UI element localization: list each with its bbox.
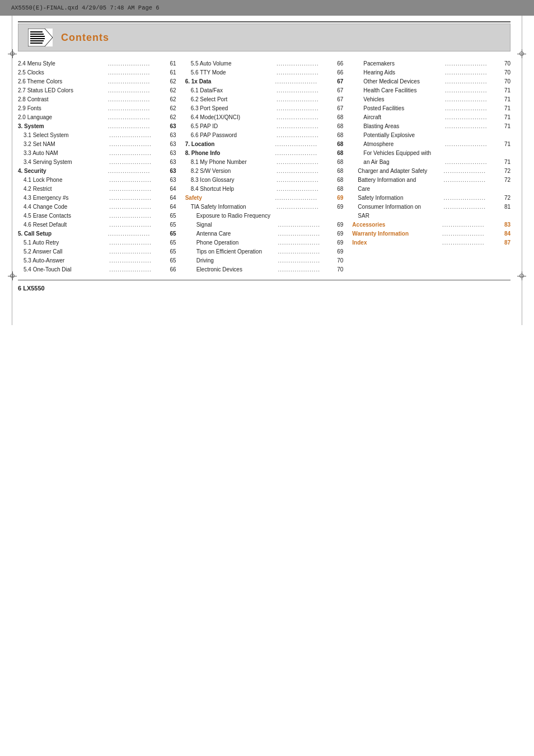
toc-dots: .................... xyxy=(95,149,166,158)
toc-dots: .................... xyxy=(432,113,500,122)
toc-dots: .................... xyxy=(95,131,166,140)
toc-label: Aircraft xyxy=(363,113,432,122)
list-item: 8.2 S/W Version .................... 68 xyxy=(185,167,344,176)
toc-page: 68 xyxy=(333,158,343,167)
list-item: 3. System .................... 63 xyxy=(18,122,176,131)
toc-page: 66 xyxy=(166,265,176,274)
header-bar: AX5550(E)-FINAL.qxd 4/29/05 7:48 AM Page… xyxy=(0,0,534,16)
toc-label: 4.3 Emergency #s xyxy=(24,194,95,203)
toc-page: 68 xyxy=(333,113,343,122)
logo-icon xyxy=(28,29,53,46)
toc-label: 3.1 Select System xyxy=(24,131,95,140)
toc-label: Charger and Adapter Safety xyxy=(358,167,429,176)
toc-label: Safety Information xyxy=(358,194,429,203)
toc-dots: .................... xyxy=(95,247,166,256)
toc-label: Atmosphere xyxy=(363,140,432,149)
toc-page: 68 xyxy=(333,176,343,185)
toc-dots: .................... xyxy=(92,68,166,77)
toc-col-1: 2.4 Menu Style .................... 612.… xyxy=(18,59,181,274)
toc-page: 68 xyxy=(333,149,343,158)
toc-page: 63 xyxy=(166,122,176,131)
toc-dots: .................... xyxy=(95,265,166,274)
toc-page: 67 xyxy=(333,86,343,95)
toc-dots: .................... xyxy=(95,185,166,194)
toc-page: 68 xyxy=(333,140,343,149)
toc-page: 71 xyxy=(500,140,510,149)
toc-page: 72 xyxy=(500,194,510,203)
toc-page: 65 xyxy=(166,229,176,238)
toc-dots: .................... xyxy=(427,229,500,238)
toc-dots: .................... xyxy=(432,104,500,113)
toc-label: Tips on Efficient Operation xyxy=(196,247,265,256)
toc-dots: .................... xyxy=(429,176,500,194)
toc-dots: .................... xyxy=(92,167,166,176)
toc-page: 69 xyxy=(333,220,343,229)
list-item: 6.3 Port Speed .................... 67 xyxy=(185,104,344,113)
toc-label: an Air Bag xyxy=(363,158,432,167)
toc-label: Warranty Information xyxy=(352,229,426,238)
list-item: Health Care Facilities .................… xyxy=(352,86,510,95)
list-item: 5.3 Auto-Answer .................... 65 xyxy=(18,256,176,265)
list-item: Safety .................... 69 xyxy=(185,194,344,203)
toc-dots: .................... xyxy=(429,203,500,220)
list-item: 4.2 Restrict .................... 64 xyxy=(18,185,176,194)
toc-dots: .................... xyxy=(92,77,166,86)
header-text: AX5550(E)-FINAL.qxd 4/29/05 7:48 AM Page… xyxy=(11,4,160,11)
toc-dots: .................... xyxy=(92,59,166,68)
toc-page: 65 xyxy=(166,247,176,256)
toc-label: 4.5 Erase Contacts xyxy=(24,212,95,220)
toc-dots: .................... xyxy=(262,86,333,95)
toc-dots: .................... xyxy=(262,104,333,113)
toc-dots: .................... xyxy=(432,140,500,149)
list-item: 6.4 Mode(1X/QNCI) .................... 6… xyxy=(185,113,344,122)
list-item: 8.3 Icon Glossary .................... 6… xyxy=(185,176,344,185)
toc-dots: .................... xyxy=(95,212,166,220)
list-item: 7. Location .................... 68 xyxy=(185,140,344,149)
list-item: 3.3 Auto NAM .................... 63 xyxy=(18,149,176,158)
list-item: 5.4 One-Touch Dial .................... … xyxy=(18,265,176,274)
toc-dots: .................... xyxy=(265,220,333,229)
toc-dots: .................... xyxy=(265,265,333,274)
list-item: Antenna Care .................... 69 xyxy=(185,229,344,238)
contents-title: Contents xyxy=(61,32,109,44)
toc-dots: .................... xyxy=(95,140,166,149)
toc-label: 6.6 PAP Password xyxy=(191,131,262,140)
toc-label: 3. System xyxy=(18,122,92,131)
toc-page: 69 xyxy=(333,203,343,212)
toc-dots: .................... xyxy=(432,59,500,68)
toc-dots: .................... xyxy=(262,167,333,176)
toc-dots: .................... xyxy=(259,194,333,203)
toc-label: 8.2 S/W Version xyxy=(191,167,262,176)
list-item: TIA Safety Information .................… xyxy=(185,203,344,212)
toc-label: 6. 1x Data xyxy=(185,77,259,86)
toc-dots: .................... xyxy=(262,131,333,140)
toc-label: Antenna Care xyxy=(196,229,265,238)
toc-page: 63 xyxy=(166,158,176,167)
toc-label: Consumer Information on SAR xyxy=(358,203,429,220)
list-item: 4.3 Emergency #s .................... 64 xyxy=(18,194,176,203)
toc-dots: .................... xyxy=(265,256,333,265)
list-item: 6.2 Select Port .................... 67 xyxy=(185,95,344,104)
toc-page: 71 xyxy=(500,86,510,95)
toc-page: 62 xyxy=(166,77,176,86)
toc-label: 2.7 Status LED Colors xyxy=(18,86,92,95)
toc-page: 72 xyxy=(500,176,510,194)
toc-page: 71 xyxy=(500,104,510,113)
toc-dots: .................... xyxy=(432,86,500,95)
list-item: 8.4 Shortcut Help .................... 6… xyxy=(185,185,344,194)
list-item: 2.6 Theme Colors .................... 62 xyxy=(18,77,176,86)
toc-dots: .................... xyxy=(265,247,333,256)
list-item: 2.8 Contrast .................... 62 xyxy=(18,95,176,104)
toc-label: Driving xyxy=(196,256,265,265)
list-item: 5.6 TTY Mode .................... 66 xyxy=(185,68,344,77)
toc-dots: .................... xyxy=(92,229,166,238)
toc-page: 70 xyxy=(500,59,510,68)
toc-page: 84 xyxy=(500,229,510,238)
toc-columns: 2.4 Menu Style .................... 612.… xyxy=(18,59,510,274)
toc-page: 62 xyxy=(166,104,176,113)
toc-page: 87 xyxy=(500,238,510,247)
list-item: 6.6 PAP Password .................... 68 xyxy=(185,131,344,140)
list-item: Vehicles .................... 71 xyxy=(352,95,510,104)
list-item: 4. Security .................... 63 xyxy=(18,167,176,176)
toc-page: 83 xyxy=(500,220,510,229)
